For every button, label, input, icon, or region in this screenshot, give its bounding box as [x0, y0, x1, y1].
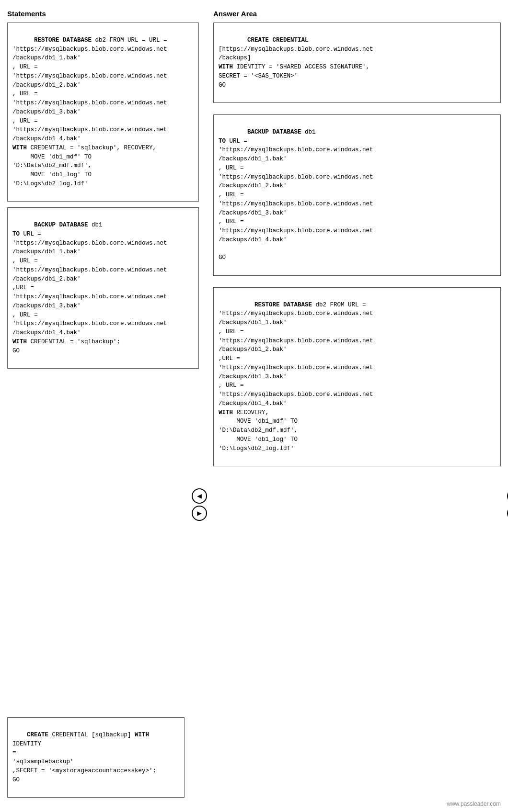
statements-section: Statements RESTORE DATABASE db2 FROM URL…: [7, 10, 199, 374]
answer-boxes-container: CREATE CREDENTIAL [https://mysqlbackups.…: [213, 23, 501, 472]
bottom-statement-box[interactable]: CREATE CREDENTIAL [sqlbackup] WITH IDENT…: [7, 717, 185, 798]
move-left-down-button[interactable]: ▶: [192, 506, 207, 521]
move-left-up-button[interactable]: ◀: [192, 488, 207, 504]
stmt1-text: RESTORE DATABASE db2 FROM URL = URL = 'h…: [12, 37, 167, 187]
watermark: www.passleader.com: [447, 801, 501, 807]
ans1-text: CREATE CREDENTIAL [https://mysqlbackups.…: [219, 37, 373, 89]
ans2-text: BACKUP DATABASE db1 TO URL = 'https://my…: [219, 129, 373, 261]
statement-box-2[interactable]: BACKUP DATABASE db1 TO URL = 'https://my…: [7, 207, 199, 369]
left-arrow-controls: ◀ ▶: [192, 488, 207, 521]
ans3-text: RESTORE DATABASE db2 FROM URL = 'https:/…: [219, 302, 373, 452]
answer-area-section: Answer Area CREATE CREDENTIAL [https://m…: [213, 10, 501, 472]
answer-box-3-wrapper: RESTORE DATABASE db2 FROM URL = 'https:/…: [213, 287, 501, 472]
bottom-code-box[interactable]: CREATE CREDENTIAL [sqlbackup] WITH IDENT…: [7, 717, 185, 798]
statement-box-1[interactable]: RESTORE DATABASE db2 FROM URL = URL = 'h…: [7, 23, 199, 202]
answer-area-title: Answer Area: [213, 10, 501, 18]
stmt2-text: BACKUP DATABASE db1 TO URL = 'https://my…: [12, 222, 167, 354]
answer-box-3[interactable]: RESTORE DATABASE db2 FROM URL = 'https:/…: [213, 287, 501, 466]
statements-title: Statements: [7, 10, 199, 18]
bottom-box-text: CREATE CREDENTIAL [sqlbackup] WITH IDENT…: [12, 732, 156, 783]
answer-box-2[interactable]: BACKUP DATABASE db1 TO URL = 'https://my…: [213, 114, 501, 276]
answer-box-1[interactable]: CREATE CREDENTIAL [https://mysqlbackups.…: [213, 23, 501, 103]
